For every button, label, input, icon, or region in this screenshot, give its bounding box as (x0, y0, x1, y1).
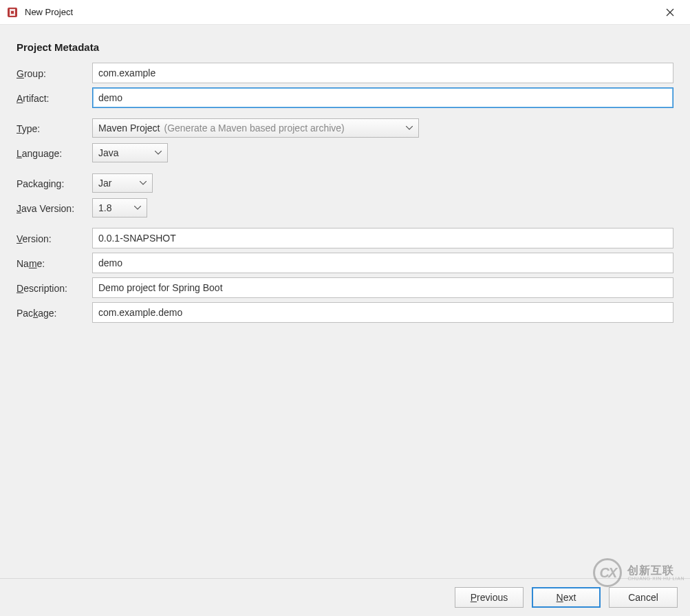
name-input[interactable] (92, 253, 673, 273)
row-package: Package: (17, 302, 673, 323)
dialog-content: Project Metadata Group: Artifact: Type: … (0, 25, 690, 323)
group-input[interactable] (92, 63, 673, 83)
label-description: Description: (17, 282, 92, 294)
next-button[interactable]: Next (532, 587, 601, 608)
java-version-value: 1.8 (98, 202, 111, 213)
label-artifact: Artifact: (17, 92, 92, 104)
version-input[interactable] (92, 228, 673, 248)
row-artifact: Artifact: (17, 87, 673, 108)
separator (0, 578, 690, 579)
chevron-down-icon (133, 206, 142, 210)
button-bar: Previous Next Cancel (455, 587, 678, 608)
svg-rect-2 (11, 11, 14, 14)
row-name: Name: (17, 253, 673, 273)
row-packaging: Packaging: Jar (17, 173, 673, 193)
label-version: Version: (17, 233, 92, 244)
label-group: Group: (17, 67, 92, 79)
label-java-version: Java Version: (17, 202, 92, 214)
row-description: Description: (17, 277, 673, 298)
watermark-cn: 创新互联 (627, 565, 684, 576)
java-version-combo[interactable]: 1.8 (92, 198, 147, 217)
type-combo[interactable]: Maven Project (Generate a Maven based pr… (92, 118, 419, 138)
cancel-button[interactable]: Cancel (609, 587, 678, 608)
row-version: Version: (17, 228, 673, 248)
row-java-version: Java Version: 1.8 (17, 198, 673, 218)
language-combo[interactable]: Java (92, 143, 168, 162)
window-title: New Project (25, 7, 654, 17)
chevron-down-icon (405, 126, 414, 130)
row-group: Group: (17, 63, 673, 83)
close-icon (666, 8, 674, 17)
label-packaging: Packaging: (17, 178, 92, 189)
artifact-input[interactable] (92, 87, 673, 108)
packaging-value: Jar (98, 178, 111, 189)
watermark: CX 创新互联 CHUANG XIN HU LIAN (593, 558, 684, 587)
chevron-down-icon (153, 151, 163, 155)
type-hint: (Generate a Maven based project archive) (164, 123, 344, 134)
section-title: Project Metadata (17, 41, 673, 53)
package-input[interactable] (92, 302, 673, 323)
close-button[interactable] (654, 0, 686, 25)
watermark-logo: CX (593, 558, 622, 587)
label-language: Language: (17, 147, 92, 159)
language-value: Java (98, 147, 119, 158)
label-name: Name: (17, 257, 92, 269)
label-package: Package: (17, 307, 92, 319)
row-type: Type: Maven Project (Generate a Maven ba… (17, 118, 673, 138)
type-value: Maven Project (98, 123, 160, 134)
description-input[interactable] (92, 277, 673, 298)
titlebar: New Project (0, 0, 690, 25)
row-language: Language: Java (17, 142, 673, 163)
previous-button[interactable]: Previous (455, 587, 524, 608)
chevron-down-icon (138, 181, 148, 185)
packaging-combo[interactable]: Jar (92, 173, 153, 193)
label-type: Type: (17, 123, 92, 134)
app-icon (7, 7, 18, 18)
